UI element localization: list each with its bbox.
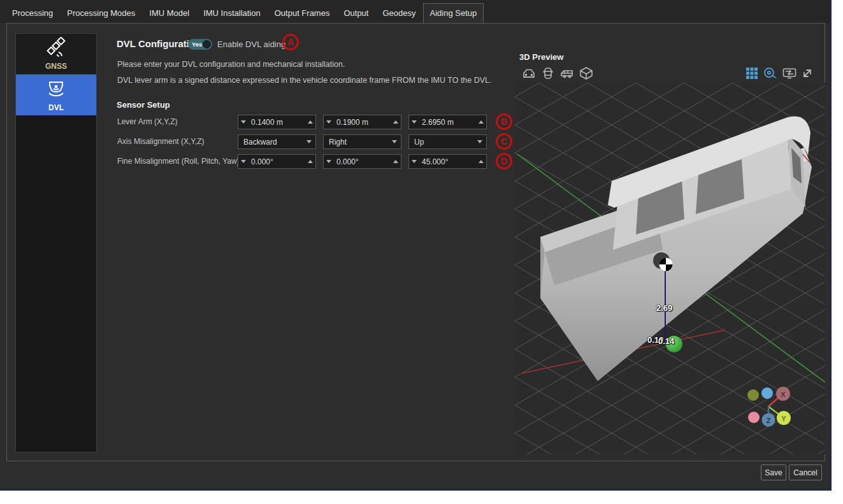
toggle-state-label: Yes xyxy=(192,41,202,48)
sidebar-label-dvl: DVL xyxy=(48,103,64,112)
height-measure-label: 2.69 xyxy=(656,303,672,313)
car-front-icon[interactable] xyxy=(521,66,537,81)
toggle-knob xyxy=(203,40,211,48)
lever-arm-y-spinbox[interactable]: 0.1900 m xyxy=(323,115,401,129)
annotation-b: B xyxy=(496,113,512,130)
tab-output[interactable]: Output xyxy=(336,3,375,23)
save-button[interactable]: Save xyxy=(761,464,786,480)
spin-up-icon[interactable] xyxy=(476,160,486,163)
axis-misalignment-y-select[interactable]: Right xyxy=(323,134,401,149)
tab-processing[interactable]: Processing xyxy=(5,3,60,23)
tab-output-frames[interactable]: Output Frames xyxy=(268,3,337,23)
fine-misalignment-roll-spinbox[interactable]: 0.000° xyxy=(238,154,316,169)
annotation-c: C xyxy=(496,133,512,150)
spin-down-icon[interactable] xyxy=(409,120,419,124)
car-top-icon[interactable] xyxy=(540,66,556,81)
spin-up-icon[interactable] xyxy=(476,120,486,124)
3d-viewport[interactable]: X Y Z 2.69 0.19 0.14 xyxy=(515,83,825,454)
van-icon[interactable] xyxy=(559,66,575,81)
sidebar-item-dvl[interactable]: DVL xyxy=(16,75,96,115)
fine-misalignment-pitch-value: 0.000° xyxy=(334,157,391,166)
measure-icon[interactable] xyxy=(763,66,778,81)
axis-misalignment-x-select[interactable]: Backward xyxy=(238,134,316,149)
tab-aiding-setup[interactable]: Aiding Setup xyxy=(423,3,484,23)
tab-geodesy[interactable]: Geodesy xyxy=(375,3,422,23)
spin-down-icon[interactable] xyxy=(238,160,249,163)
axis-misalignment-z-value: Up xyxy=(414,138,473,147)
fine-misalignment-label: Fine Misalignment (Roll, Pitch, Yaw) xyxy=(117,157,240,166)
lever-arm-z-value: 2.6950 m xyxy=(419,118,476,127)
spin-down-icon[interactable] xyxy=(324,160,334,163)
gizmo-y-label: Y xyxy=(781,415,786,422)
app-window: Processing Processing Modes IMU Model IM… xyxy=(0,0,832,491)
fine-misalignment-yaw-value: 45.000° xyxy=(419,157,476,166)
lever-arm-x-spinbox[interactable]: 0.1400 m xyxy=(238,115,316,129)
spin-up-icon[interactable] xyxy=(391,160,401,163)
chevron-down-icon xyxy=(388,140,401,143)
gizmo-neg-z-ball[interactable] xyxy=(761,387,773,399)
axis-misalignment-z-select[interactable]: Up xyxy=(408,134,487,149)
expand-icon[interactable] xyxy=(800,66,815,81)
dvl-sonar-icon xyxy=(43,78,69,101)
aiding-sidebar: GNSS DVL xyxy=(15,33,97,452)
tab-bar: Processing Processing Modes IMU Model IM… xyxy=(0,0,830,23)
config-description-1: Please enter your DVL configuration and … xyxy=(117,60,345,69)
tab-processing-modes[interactable]: Processing Modes xyxy=(60,3,142,23)
labels-icon[interactable] xyxy=(782,66,797,81)
fine-misalignment-pitch-spinbox[interactable]: 0.000° xyxy=(323,154,401,169)
axis-misalignment-y-value: Right xyxy=(329,138,388,147)
lever-arm-z-spinbox[interactable]: 2.6950 m xyxy=(408,115,487,129)
tab-imu-installation[interactable]: IMU Installation xyxy=(196,3,268,23)
sensor-setup-heading: Sensor Setup xyxy=(117,100,170,110)
sidebar-item-gnss[interactable]: GNSS xyxy=(16,34,96,75)
grid-icon[interactable] xyxy=(744,66,760,81)
fine-misalignment-roll-value: 0.000° xyxy=(249,157,305,166)
axis-misalignment-x-value: Backward xyxy=(243,138,303,147)
gizmo-neg-y-ball[interactable] xyxy=(747,389,759,401)
spin-up-icon[interactable] xyxy=(305,120,315,124)
y-measure-label: 0.14 xyxy=(658,336,674,346)
fine-misalignment-yaw-spinbox[interactable]: 45.000° xyxy=(408,154,487,169)
enable-dvl-label: Enable DVL aiding xyxy=(217,40,285,49)
sidebar-label-gnss: GNSS xyxy=(45,62,67,71)
cancel-button[interactable]: Cancel xyxy=(789,464,822,480)
gizmo-z-label: Z xyxy=(767,417,771,424)
preview-title: 3D Preview xyxy=(519,52,563,62)
chevron-down-icon xyxy=(473,140,486,143)
lever-arm-y-value: 0.1900 m xyxy=(334,118,391,127)
spin-up-icon[interactable] xyxy=(391,120,401,124)
spin-down-icon[interactable] xyxy=(238,120,249,124)
config-description-2: DVL lever arm is a signed distance expre… xyxy=(117,76,492,85)
spin-down-icon[interactable] xyxy=(324,120,334,124)
annotation-a: A xyxy=(282,34,299,50)
cube-icon[interactable] xyxy=(579,66,594,81)
satellite-icon xyxy=(43,37,69,60)
lever-arm-x-value: 0.1400 m xyxy=(249,118,305,127)
spin-up-icon[interactable] xyxy=(305,160,315,163)
3d-scene: X Y Z xyxy=(515,83,825,454)
tab-imu-model[interactable]: IMU Model xyxy=(142,3,196,23)
axis-misalignment-label: Axis Misalignment (X,Y,Z) xyxy=(117,137,204,146)
lever-arm-label: Lever Arm (X,Y,Z) xyxy=(117,117,177,126)
gizmo-x-label: X xyxy=(781,391,786,398)
gizmo-neg-x-ball[interactable] xyxy=(748,412,760,423)
enable-dvl-toggle[interactable]: Yes xyxy=(188,39,212,50)
annotation-d: D xyxy=(496,153,512,169)
spin-down-icon[interactable] xyxy=(409,160,419,163)
chevron-down-icon xyxy=(303,140,315,143)
